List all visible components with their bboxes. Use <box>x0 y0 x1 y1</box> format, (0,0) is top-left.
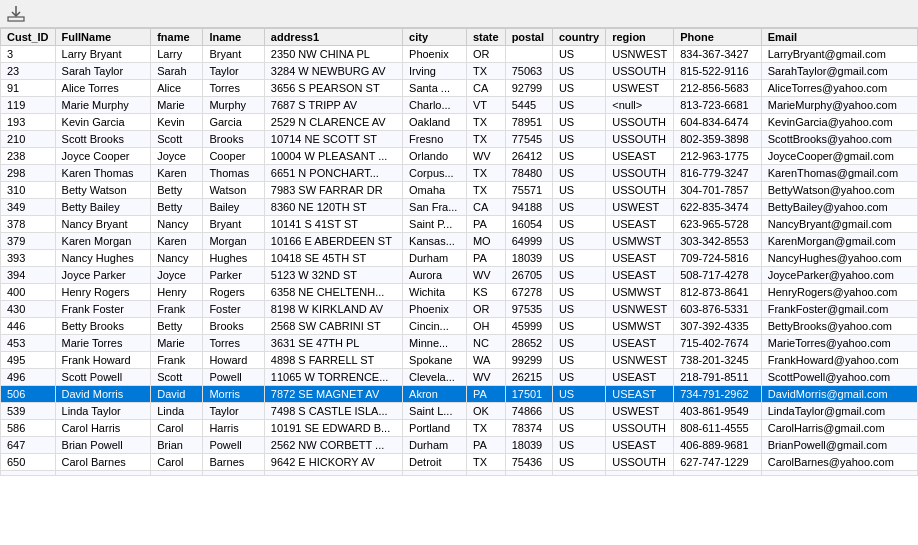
cell-lname: Howard <box>203 352 264 369</box>
cell-fullname: Betty Brooks <box>55 318 151 335</box>
cell-fullname: Kevin Garcia <box>55 114 151 131</box>
cell-country <box>552 471 605 476</box>
cell-fname: Karen <box>151 233 203 250</box>
cell-state: PA <box>466 386 505 403</box>
cell-lname: Morris <box>203 386 264 403</box>
cell-region: USEAST <box>606 369 674 386</box>
col-header-phone[interactable]: Phone <box>674 29 762 46</box>
table-row[interactable] <box>1 471 918 476</box>
table-row[interactable]: 539Linda TaylorLindaTaylor7498 S CASTLE … <box>1 403 918 420</box>
cell-city <box>403 471 467 476</box>
table-row[interactable]: 453Marie TorresMarieTorres3631 SE 47TH P… <box>1 335 918 352</box>
table-row[interactable]: 378Nancy BryantNancyBryant10141 S 41ST S… <box>1 216 918 233</box>
cell-email: KarenMorgan@gmail.com <box>761 233 917 250</box>
table-row[interactable]: 400Henry RogersHenryRogers6358 NE CHELTE… <box>1 284 918 301</box>
cell-address1: 7983 SW FARRAR DR <box>264 182 402 199</box>
cell-email: CarolBarnes@yahoo.com <box>761 454 917 471</box>
cell-phone: 815-522-9116 <box>674 63 762 80</box>
cell-address1: 10418 SE 45TH ST <box>264 250 402 267</box>
cell-fullname: Nancy Hughes <box>55 250 151 267</box>
cell-fullname: Marie Murphy <box>55 97 151 114</box>
cell-lname: Torres <box>203 80 264 97</box>
cell-state: TX <box>466 131 505 148</box>
cell-lname: Bryant <box>203 216 264 233</box>
cell-phone: 738-201-3245 <box>674 352 762 369</box>
table-row[interactable]: 238Joyce CooperJoyceCooper10004 W PLEASA… <box>1 148 918 165</box>
table-row[interactable]: 210Scott BrooksScottBrooks10714 NE SCOTT… <box>1 131 918 148</box>
cell-postal: 78374 <box>505 420 552 437</box>
cell-address1: 8198 W KIRKLAND AV <box>264 301 402 318</box>
table-row[interactable]: 506David MorrisDavidMorris7872 SE MAGNET… <box>1 386 918 403</box>
cell-postal: 26705 <box>505 267 552 284</box>
table-row[interactable]: 298Karen ThomasKarenThomas6651 N PONCHAR… <box>1 165 918 182</box>
cell-lname: Morgan <box>203 233 264 250</box>
cell-lname: Garcia <box>203 114 264 131</box>
cell-city: Corpus... <box>403 165 467 182</box>
cell-state: TX <box>466 420 505 437</box>
cell-country: US <box>552 182 605 199</box>
cell-phone: 304-701-7857 <box>674 182 762 199</box>
col-header-fname[interactable]: fname <box>151 29 203 46</box>
table-row[interactable]: 647Brian PowellBrianPowell2562 NW CORBET… <box>1 437 918 454</box>
cell-fname: Sarah <box>151 63 203 80</box>
cell-fullname: Frank Howard <box>55 352 151 369</box>
cell-country: US <box>552 386 605 403</box>
col-header-address1[interactable]: address1 <box>264 29 402 46</box>
cell-address1: 10141 S 41ST ST <box>264 216 402 233</box>
cell-postal: 74866 <box>505 403 552 420</box>
table-row[interactable]: 586Carol HarrisCarolHarris10191 SE EDWAR… <box>1 420 918 437</box>
col-header-region[interactable]: region <box>606 29 674 46</box>
col-header-lname[interactable]: lname <box>203 29 264 46</box>
cell-postal: 64999 <box>505 233 552 250</box>
table-row[interactable]: 91Alice TorresAliceTorres3656 S PEARSON … <box>1 80 918 97</box>
data-table-container[interactable]: Cust_IDFullNamefnamelnameaddress1citysta… <box>0 28 918 545</box>
col-header-state[interactable]: state <box>466 29 505 46</box>
cell-lname: Barnes <box>203 454 264 471</box>
cell-phone: 734-791-2962 <box>674 386 762 403</box>
cell-state: TX <box>466 182 505 199</box>
cell-city: Fresno <box>403 131 467 148</box>
cell-fullname: Betty Watson <box>55 182 151 199</box>
export-button[interactable] <box>6 4 26 24</box>
cell-fname: Alice <box>151 80 203 97</box>
table-row[interactable]: 496Scott PowellScottPowell11065 W TORREN… <box>1 369 918 386</box>
cell-fullname: David Morris <box>55 386 151 403</box>
cell-email: AliceTorres@yahoo.com <box>761 80 917 97</box>
table-row[interactable]: 193Kevin GarciaKevinGarcia2529 N CLARENC… <box>1 114 918 131</box>
col-header-postal[interactable]: postal <box>505 29 552 46</box>
cell-country: US <box>552 63 605 80</box>
table-row[interactable]: 310Betty WatsonBettyWatson7983 SW FARRAR… <box>1 182 918 199</box>
col-header-fullname[interactable]: FullName <box>55 29 151 46</box>
col-header-email[interactable]: Email <box>761 29 917 46</box>
table-row[interactable]: 119Marie MurphyMarieMurphy7687 S TRIPP A… <box>1 97 918 114</box>
table-row[interactable]: 430Frank FosterFrankFoster8198 W KIRKLAN… <box>1 301 918 318</box>
table-row[interactable]: 3Larry BryantLarryBryant2350 NW CHINA PL… <box>1 46 918 63</box>
cell-address1: 9642 E HICKORY AV <box>264 454 402 471</box>
table-row[interactable]: 394Joyce ParkerJoyceParker5123 W 32ND ST… <box>1 267 918 284</box>
svg-rect-0 <box>8 17 24 21</box>
cell-state: TX <box>466 454 505 471</box>
table-row[interactable]: 446Betty BrooksBettyBrooks2568 SW CABRIN… <box>1 318 918 335</box>
table-row[interactable]: 379Karen MorganKarenMorgan10166 E ABERDE… <box>1 233 918 250</box>
table-row[interactable]: 495Frank HowardFrankHoward4898 S FARRELL… <box>1 352 918 369</box>
cell-fullname: Betty Bailey <box>55 199 151 216</box>
cell-state: VT <box>466 97 505 114</box>
table-row[interactable]: 393Nancy HughesNancyHughes10418 SE 45TH … <box>1 250 918 267</box>
table-row[interactable]: 650Carol BarnesCarolBarnes9642 E HICKORY… <box>1 454 918 471</box>
col-header-city[interactable]: city <box>403 29 467 46</box>
table-row[interactable]: 23Sarah TaylorSarahTaylor3284 W NEWBURG … <box>1 63 918 80</box>
cell-city: Kansas... <box>403 233 467 250</box>
cell-fullname: Carol Harris <box>55 420 151 437</box>
col-header-cust_id[interactable]: Cust_ID <box>1 29 56 46</box>
cell-cust_id: 378 <box>1 216 56 233</box>
cell-city: Durham <box>403 250 467 267</box>
cell-fullname: Frank Foster <box>55 301 151 318</box>
table-row[interactable]: 349Betty BaileyBettyBailey8360 NE 120TH … <box>1 199 918 216</box>
col-header-country[interactable]: country <box>552 29 605 46</box>
cell-region: USMWST <box>606 233 674 250</box>
cell-phone: 622-835-3474 <box>674 199 762 216</box>
cell-city: Oakland <box>403 114 467 131</box>
cell-region: USEAST <box>606 250 674 267</box>
cell-city: Saint L... <box>403 403 467 420</box>
cell-postal: 97535 <box>505 301 552 318</box>
